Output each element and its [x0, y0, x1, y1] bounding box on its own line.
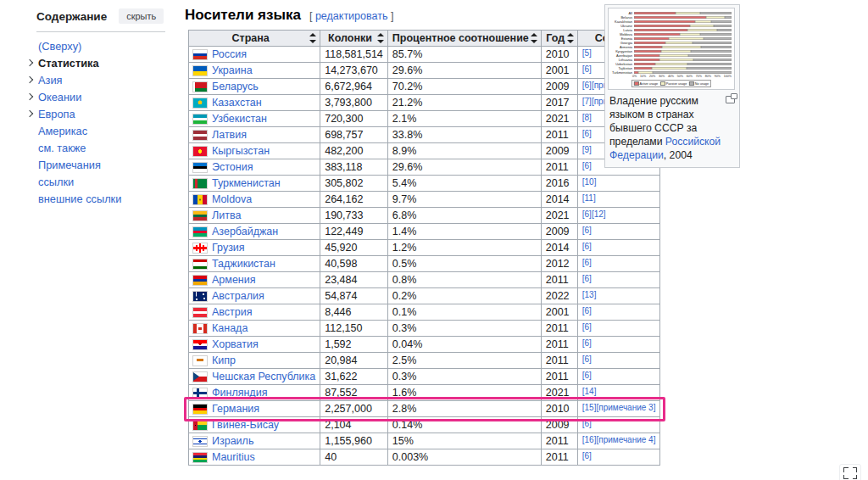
reference-link[interactable]: [6] — [582, 306, 592, 315]
reference-link[interactable]: [6] — [582, 419, 592, 428]
toc-item-label[interactable]: Океании — [38, 92, 81, 103]
toc-item[interactable]: см. также — [38, 142, 165, 153]
country-link[interactable]: Грузия — [212, 242, 245, 254]
country-link[interactable]: Латвия — [212, 129, 247, 141]
column-header[interactable]: Колонки — [320, 31, 388, 47]
chart-bar-track — [634, 42, 732, 45]
toc-item[interactable]: (Сверху) — [38, 41, 165, 52]
toc-item-label[interactable]: Европа — [38, 109, 75, 120]
reference-link[interactable]: [6] — [582, 274, 592, 283]
country-link[interactable]: Эстония — [212, 161, 253, 173]
country-link[interactable]: Хорватия — [212, 338, 259, 350]
country-link[interactable]: Россия — [212, 48, 247, 60]
reference-link[interactable]: [6][12] — [582, 209, 606, 219]
reference-link[interactable]: [6] — [582, 451, 592, 460]
toc-item[interactable]: Европа — [38, 109, 165, 120]
toc-item[interactable]: Америкас — [38, 126, 165, 137]
reference-link[interactable]: [6] — [582, 354, 592, 364]
column-header[interactable]: Страна — [189, 31, 320, 47]
toc-item[interactable]: ссылки — [38, 176, 165, 187]
country-link[interactable]: Туркменистан — [212, 177, 281, 189]
russian-language-chart-image[interactable]: AllBelarusKazakhstanUkraineLatviaMoldova… — [608, 8, 735, 90]
sort-arrows-icon[interactable] — [377, 33, 384, 43]
reference-link[interactable]: [6] — [582, 226, 592, 235]
country-link[interactable]: Кипр — [212, 354, 236, 366]
table-row: Канада112,1500.3%2011[6] — [189, 321, 660, 337]
country-link[interactable]: Таджикистан — [212, 258, 275, 270]
country-link[interactable]: Армения — [212, 274, 256, 286]
country-link[interactable]: Беларусь — [212, 81, 259, 92]
sort-arrows-icon[interactable] — [309, 33, 316, 43]
country-link[interactable]: Украина — [212, 64, 253, 76]
toc-item[interactable]: Статистика — [38, 58, 165, 69]
chevron-right-icon[interactable] — [26, 59, 33, 66]
toc-item-label[interactable]: Азия — [38, 75, 62, 86]
chart-category-label: Kyrgyzstan — [610, 50, 634, 53]
toc-item-label[interactable]: Примечания — [38, 159, 101, 170]
tj-flag-icon — [193, 260, 207, 269]
thumbnail-figure[interactable]: AllBelarusKazakhstanUkraineLatviaMoldova… — [604, 4, 740, 168]
country-link[interactable]: Азербайджан — [212, 226, 278, 237]
reference-link[interactable]: [15][примечание 3] — [582, 403, 656, 412]
country-link[interactable]: Кыргызстан — [212, 145, 270, 157]
column-header[interactable]: Год — [541, 31, 577, 47]
chevron-right-icon[interactable] — [26, 76, 33, 83]
toc-item[interactable]: Примечания — [38, 159, 165, 170]
toc-item[interactable]: Азия — [38, 75, 165, 86]
country-link[interactable]: Германия — [212, 403, 259, 415]
sort-arrows-icon[interactable] — [567, 33, 574, 43]
toc-hide-button[interactable]: скрыть — [119, 8, 164, 24]
toc-item-label[interactable]: (Сверху) — [38, 41, 81, 52]
table-row: Литва190,7336.8%2021[6][12] — [189, 208, 660, 224]
reference-link[interactable]: [13] — [582, 290, 597, 299]
reference-link[interactable]: [8] — [582, 113, 592, 122]
country-link[interactable]: Литва — [212, 209, 241, 221]
reference-link[interactable]: [6] — [582, 258, 592, 267]
country-link[interactable]: Moldova — [212, 193, 252, 205]
toc-item-label[interactable]: Америкас — [38, 126, 87, 137]
reference-link[interactable]: [5] — [582, 48, 592, 58]
reference-link[interactable]: [6] — [582, 242, 592, 251]
toc-item-label[interactable]: см. также — [38, 142, 86, 153]
reference-link[interactable]: [11] — [582, 193, 596, 203]
column-header[interactable]: Процентное соотношение — [387, 31, 541, 47]
toc-item[interactable]: Океании — [38, 92, 165, 103]
country-link[interactable]: Канада — [212, 322, 248, 334]
sort-arrows-icon[interactable] — [531, 33, 537, 43]
year-cell: 2001 — [541, 63, 577, 79]
reference-link[interactable]: [6] — [582, 322, 592, 332]
reference-link[interactable]: [6] — [582, 64, 592, 74]
country-link[interactable]: Mauritius — [212, 451, 255, 463]
country-link[interactable]: Казахстан — [212, 97, 262, 109]
country-link[interactable]: Гвинея-Бисау — [212, 419, 279, 431]
reference-link[interactable]: [6] — [582, 129, 592, 138]
chevron-right-icon[interactable] — [26, 110, 33, 117]
chart-bar-track — [634, 67, 732, 70]
chart-bar-segment — [634, 25, 690, 28]
toc-item-label[interactable]: Статистика — [38, 58, 99, 69]
toc-item-label[interactable]: ссылки — [38, 176, 74, 187]
reference-link[interactable]: [9] — [582, 145, 592, 154]
reference-link[interactable]: [6] — [582, 371, 592, 380]
toc-item-label[interactable]: внешние ссылки — [38, 193, 121, 204]
reference-link[interactable]: [16][примечание 4] — [582, 435, 656, 444]
country-link[interactable]: Финляндия — [212, 387, 267, 399]
year-cell: 2014 — [541, 192, 577, 208]
edit-link[interactable]: редактировать — [315, 10, 388, 22]
reference-link[interactable]: [6] — [582, 161, 592, 170]
country-link[interactable]: Австрия — [212, 306, 253, 318]
toc-item[interactable]: внешние ссылки — [38, 193, 165, 204]
country-link[interactable]: Австралия — [212, 290, 264, 302]
country-link[interactable]: Узбекистан — [212, 113, 267, 125]
speakers-cell: 40,598 — [320, 256, 388, 272]
lv-flag-icon — [193, 131, 207, 140]
speakers-cell: 45,920 — [320, 240, 388, 256]
magnify-icon[interactable] — [726, 96, 735, 103]
reference-link[interactable]: [6] — [582, 338, 592, 348]
country-link[interactable]: Чешская Республика — [212, 371, 315, 382]
chevron-right-icon[interactable] — [26, 93, 33, 100]
expand-icon[interactable] — [839, 464, 861, 480]
country-link[interactable]: Израиль — [212, 435, 253, 447]
reference-link[interactable]: [14] — [582, 387, 597, 396]
reference-link[interactable]: [10] — [582, 177, 597, 187]
